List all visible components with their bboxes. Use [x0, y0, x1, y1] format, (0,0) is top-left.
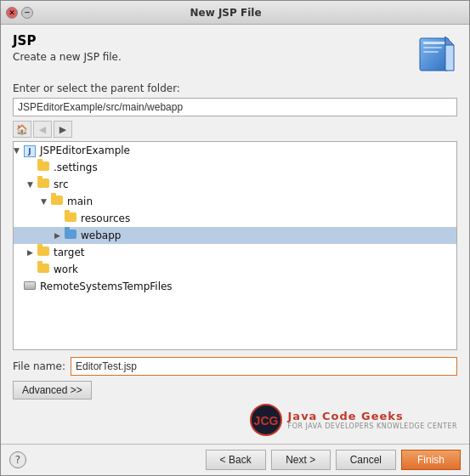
svg-text:JCG: JCG: [253, 414, 278, 428]
svg-rect-2: [423, 47, 442, 48]
tree-item-src[interactable]: ▼ src: [14, 176, 456, 193]
expand-arrow: ▼: [27, 180, 37, 189]
branding-logo-icon: JCG: [249, 403, 283, 437]
folder-tree[interactable]: ▼ J JSPEditorExample .settings ▼: [13, 141, 457, 350]
folder-label: Enter or select the parent folder:: [13, 82, 457, 94]
back-button[interactable]: < Back: [206, 450, 266, 470]
tree-item-label: src: [54, 178, 69, 190]
main-content: JSP Create a new JSP file.: [1, 25, 469, 444]
window-controls: ✕ ─: [6, 7, 33, 19]
tree-item-label: webapp: [81, 230, 121, 241]
dialog-subtitle: Create a new JSP file.: [13, 51, 122, 63]
svg-rect-3: [423, 51, 439, 53]
window-title: New JSP File: [38, 7, 413, 19]
tree-item-label: target: [54, 246, 85, 258]
tree-item-work[interactable]: work: [14, 261, 456, 278]
branding-text-block: Java Code Geeks FOR JAVA DEVELOPERS KNOW…: [288, 410, 457, 430]
tree-item-label: JSPEditorExample: [40, 144, 130, 156]
titlebar: ✕ ─ New JSP File: [1, 1, 469, 25]
nav-forward-button[interactable]: ▶: [54, 121, 72, 138]
tree-item-settings[interactable]: .settings: [14, 159, 456, 176]
nav-bar: 🏠 ◀ ▶: [13, 121, 457, 138]
folder-icon: [37, 264, 51, 275]
expand-arrow: ▶: [27, 248, 37, 257]
tree-item-label: RemoteSystemsTempFiles: [40, 280, 173, 292]
new-jsp-file-dialog: ✕ ─ New JSP File JSP Create a new JSP fi…: [0, 0, 470, 476]
dialog-footer: ? < Back Next > Cancel Finish: [1, 444, 469, 475]
tree-item-remote[interactable]: RemoteSystemsTempFiles: [14, 278, 456, 295]
branding-section: JCG Java Code Geeks FOR JAVA DEVELOPERS …: [13, 403, 457, 437]
expand-arrow: ▼: [14, 146, 24, 155]
cancel-button[interactable]: Cancel: [336, 450, 396, 470]
folder-icon: [37, 246, 51, 258]
project-icon: J: [24, 144, 37, 156]
nav-home-button[interactable]: 🏠: [13, 121, 31, 138]
tree-item-resources[interactable]: resources: [14, 210, 456, 227]
tree-item-webapp[interactable]: ▶ webapp: [14, 227, 456, 244]
tree-item-label: resources: [81, 212, 130, 224]
svg-rect-1: [423, 42, 445, 44]
folder-input[interactable]: [13, 98, 457, 116]
dialog-icon: [416, 33, 457, 74]
dialog-type: JSP: [13, 33, 122, 48]
advanced-button[interactable]: Advanced >>: [13, 381, 92, 400]
tree-item-project[interactable]: ▼ J JSPEditorExample: [14, 142, 456, 159]
folder-icon: [37, 162, 51, 173]
folder-icon: [65, 230, 78, 241]
branding-tagline: FOR JAVA DEVELOPERS KNOWLEDGE CENTER: [288, 422, 457, 430]
folder-open-icon: [37, 178, 51, 190]
close-button[interactable]: ✕: [6, 7, 18, 19]
tree-item-main[interactable]: ▼ main: [14, 193, 456, 210]
nav-back-button[interactable]: ◀: [33, 121, 52, 138]
file-name-label: File name:: [13, 360, 65, 372]
branding-name: Java Code Geeks: [288, 410, 457, 422]
folder-open-icon: [51, 196, 65, 207]
tree-item-label: work: [54, 264, 78, 275]
next-button[interactable]: Next >: [271, 450, 331, 470]
form-section: File name: Advanced >>: [13, 357, 457, 400]
help-button[interactable]: ?: [9, 451, 26, 468]
svg-marker-5: [445, 37, 454, 45]
folder-icon: [65, 212, 78, 224]
expand-arrow: ▶: [54, 231, 65, 240]
finish-button[interactable]: Finish: [401, 450, 461, 470]
tree-item-label: main: [67, 196, 93, 207]
tree-item-label: .settings: [54, 162, 98, 173]
dialog-header: JSP Create a new JSP file.: [13, 33, 457, 74]
header-text: JSP Create a new JSP file.: [13, 33, 122, 63]
file-name-input[interactable]: [71, 357, 457, 376]
minimize-button[interactable]: ─: [21, 7, 33, 19]
drive-icon: [24, 280, 37, 292]
tree-item-target[interactable]: ▶ target: [14, 244, 456, 261]
file-name-row: File name:: [13, 357, 457, 376]
expand-arrow: ▼: [41, 197, 51, 206]
